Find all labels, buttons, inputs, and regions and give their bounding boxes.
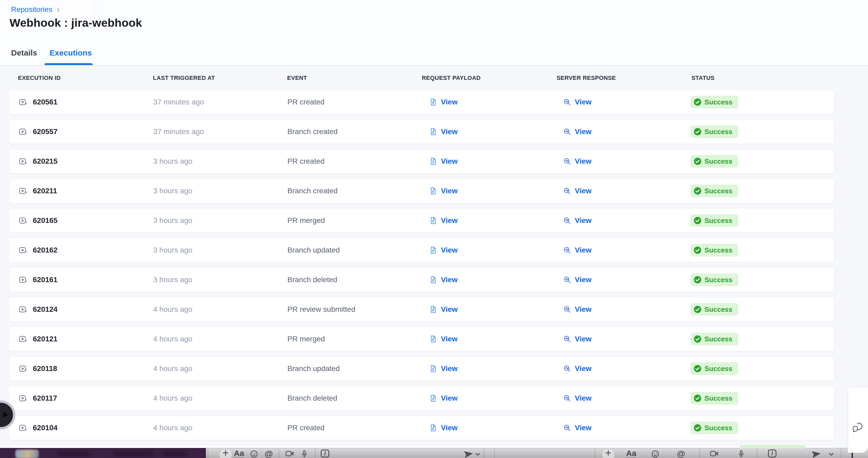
inspect-response-icon bbox=[563, 424, 571, 432]
mention-icon[interactable]: @ bbox=[265, 450, 273, 458]
view-label: View bbox=[441, 305, 458, 314]
execution-id-cell: 620162 bbox=[19, 246, 57, 254]
status-label: Success bbox=[705, 246, 733, 254]
view-label: View bbox=[441, 157, 458, 166]
execution-id-cell: 620104 bbox=[19, 424, 57, 432]
status-badge: Success bbox=[690, 422, 738, 434]
server-response-view-link[interactable]: View bbox=[563, 187, 591, 195]
video-icon[interactable] bbox=[285, 450, 294, 458]
server-response-view-link[interactable]: View bbox=[563, 424, 591, 432]
execution-id-cell: 620215 bbox=[19, 157, 57, 166]
server-response-view-link[interactable]: View bbox=[563, 394, 591, 402]
inspect-response-icon bbox=[563, 128, 571, 136]
shortcuts-icon[interactable]: / bbox=[768, 450, 776, 457]
check-circle-icon bbox=[693, 157, 702, 165]
check-circle-icon bbox=[693, 305, 702, 313]
last-triggered-at: 4 hours ago bbox=[153, 335, 192, 343]
tab-details[interactable]: Details bbox=[11, 48, 37, 57]
send-icon[interactable] bbox=[463, 449, 474, 458]
check-circle-icon bbox=[693, 394, 702, 402]
request-payload-view-link[interactable]: View bbox=[429, 364, 458, 373]
play-square-icon bbox=[19, 394, 27, 402]
document-icon bbox=[429, 276, 437, 284]
text-format-icon[interactable]: Aa bbox=[626, 450, 636, 458]
inspect-response-icon bbox=[563, 217, 571, 225]
execution-id: 620557 bbox=[33, 127, 57, 136]
execution-row: 620118 4 hours ago Branch updated View V… bbox=[9, 356, 834, 381]
check-circle-icon bbox=[693, 276, 702, 284]
chat-button[interactable] bbox=[850, 420, 865, 435]
status-badge: Success bbox=[690, 185, 738, 197]
document-icon bbox=[429, 98, 437, 106]
tab-executions[interactable]: Executions bbox=[50, 48, 92, 57]
blurred-text bbox=[114, 452, 154, 456]
request-payload-view-link[interactable]: View bbox=[429, 246, 458, 254]
request-payload-view-link[interactable]: View bbox=[429, 157, 458, 166]
execution-id-cell: 620165 bbox=[19, 216, 57, 225]
request-payload-view-link[interactable]: View bbox=[429, 394, 458, 402]
toolbar-divider bbox=[595, 449, 595, 458]
server-response-view-link[interactable]: View bbox=[563, 157, 591, 166]
event-label: Branch created bbox=[287, 127, 338, 136]
server-response-view-link[interactable]: View bbox=[563, 335, 591, 343]
execution-id: 620165 bbox=[33, 216, 57, 225]
column-status: STATUS bbox=[691, 74, 714, 81]
view-label: View bbox=[575, 216, 591, 225]
event-label: Branch updated bbox=[287, 246, 340, 254]
request-payload-view-link[interactable]: View bbox=[429, 335, 458, 343]
document-icon bbox=[429, 128, 437, 136]
breadcrumb-repositories-link[interactable]: Repositories bbox=[11, 5, 53, 14]
server-response-view-link[interactable]: View bbox=[563, 216, 591, 225]
view-label: View bbox=[441, 275, 458, 284]
server-response-view-link[interactable]: View bbox=[563, 246, 591, 254]
check-circle-icon bbox=[693, 365, 702, 372]
text-format-icon[interactable]: Aa bbox=[234, 450, 244, 458]
server-response-view-link[interactable]: View bbox=[563, 364, 591, 373]
server-response-view-link[interactable]: View bbox=[563, 127, 591, 136]
execution-row: 620165 3 hours ago PR merged View View bbox=[9, 208, 834, 233]
last-triggered-at: 37 minutes ago bbox=[153, 127, 204, 136]
toolbar-divider bbox=[315, 449, 315, 458]
server-response-view-link[interactable]: View bbox=[563, 98, 591, 106]
tabs-divider bbox=[0, 65, 868, 66]
event-label: Branch deleted bbox=[287, 275, 337, 284]
execution-row: 620121 4 hours ago PR merged View View bbox=[9, 327, 834, 351]
mic-icon[interactable] bbox=[737, 450, 745, 458]
last-triggered-at: 3 hours ago bbox=[153, 157, 192, 166]
mic-icon[interactable] bbox=[300, 450, 308, 458]
execution-id-cell: 620211 bbox=[19, 187, 57, 195]
blurred-text bbox=[163, 452, 187, 456]
view-label: View bbox=[575, 127, 591, 136]
chevron-down-icon[interactable] bbox=[474, 451, 481, 457]
request-payload-view-link[interactable]: View bbox=[429, 305, 458, 314]
request-payload-view-link[interactable]: View bbox=[429, 275, 458, 284]
mention-icon[interactable]: @ bbox=[677, 450, 685, 458]
request-payload-view-link[interactable]: View bbox=[429, 127, 458, 136]
chevron-down-icon[interactable] bbox=[828, 451, 835, 457]
plus-icon[interactable]: + bbox=[222, 449, 229, 457]
execution-id-cell: 620124 bbox=[19, 305, 57, 314]
check-circle-icon bbox=[693, 128, 702, 136]
server-response-view-link[interactable]: View bbox=[563, 275, 591, 284]
video-icon[interactable] bbox=[710, 450, 719, 458]
request-payload-view-link[interactable]: View bbox=[429, 187, 458, 195]
send-icon[interactable] bbox=[811, 449, 822, 458]
last-triggered-at: 3 hours ago bbox=[153, 187, 192, 195]
execution-id: 620162 bbox=[33, 246, 57, 254]
play-square-icon bbox=[19, 275, 27, 284]
webhook-executions-page: Repositories › Webhook : jira-webhook De… bbox=[0, 0, 868, 458]
shortcuts-icon[interactable]: / bbox=[321, 450, 329, 457]
execution-id: 620161 bbox=[33, 275, 57, 284]
request-payload-view-link[interactable]: View bbox=[429, 216, 458, 225]
emoji-icon[interactable] bbox=[250, 450, 258, 458]
plus-icon[interactable]: + bbox=[605, 449, 612, 457]
document-icon bbox=[429, 217, 437, 225]
server-response-view-link[interactable]: View bbox=[563, 305, 591, 314]
view-label: View bbox=[575, 305, 591, 314]
status-label: Success bbox=[705, 157, 733, 166]
execution-id-cell: 620161 bbox=[19, 275, 57, 284]
request-payload-view-link[interactable]: View bbox=[429, 424, 458, 432]
request-payload-view-link[interactable]: View bbox=[429, 98, 458, 106]
execution-row: 620117 4 hours ago Branch deleted View V… bbox=[9, 386, 834, 411]
emoji-icon[interactable] bbox=[651, 450, 659, 458]
